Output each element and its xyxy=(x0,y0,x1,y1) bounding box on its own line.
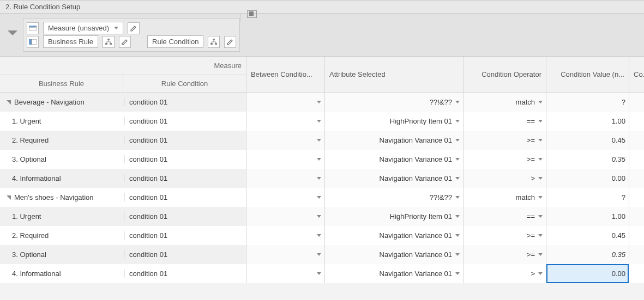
condition-operator-cell[interactable]: >= xyxy=(464,131,546,150)
between-condition-cell[interactable] xyxy=(246,131,324,150)
co-cell[interactable] xyxy=(629,264,644,283)
rule-condition-header[interactable]: Rule Condition xyxy=(123,75,246,92)
business-rule-selector-icon[interactable] xyxy=(27,36,39,48)
co-cell[interactable] xyxy=(629,169,644,188)
condition-operator-cell[interactable]: > xyxy=(464,264,546,283)
condition-operator-text: == xyxy=(527,212,535,221)
condition-operator-cell[interactable]: == xyxy=(464,112,546,131)
empty-widget-icon[interactable] xyxy=(247,10,257,18)
collapse-panel-icon[interactable] xyxy=(8,30,17,35)
col-op-header[interactable]: Condition Operator xyxy=(464,57,546,93)
co-cell[interactable] xyxy=(629,226,644,245)
attribute-selected-cell[interactable]: HighPriority Item 01 xyxy=(325,207,463,226)
edit-measure-button[interactable] xyxy=(128,22,140,34)
co-cell[interactable] xyxy=(629,207,644,226)
co-cell[interactable] xyxy=(629,245,644,264)
condition-value-cell[interactable]: ? xyxy=(546,188,629,207)
condition-value-cell[interactable]: 0.35 xyxy=(546,245,629,264)
attribute-selected-text: ??!&?? xyxy=(430,98,452,106)
col-attr: Attribute Selected ??!&??HighPriority It… xyxy=(325,57,464,283)
col-attr-header-text: Attribute Selected xyxy=(329,70,386,78)
business-rule-cell: Men's shoes - Navigation xyxy=(14,193,94,201)
attribute-selected-cell[interactable]: Navigation Variance 01 xyxy=(325,169,463,188)
attribute-selected-cell[interactable]: HighPriority Item 01 xyxy=(325,112,463,131)
expand-icon[interactable] xyxy=(7,195,11,200)
condition-value-cell[interactable]: ? xyxy=(546,93,629,112)
condition-operator-cell[interactable]: >= xyxy=(464,226,546,245)
attribute-selected-cell[interactable]: Navigation Variance 01 xyxy=(325,150,463,169)
condition-operator-cell[interactable]: match xyxy=(464,93,546,112)
rule-condition-cell: condition 01 xyxy=(125,136,246,144)
between-condition-cell[interactable] xyxy=(246,150,324,169)
co-cell[interactable] xyxy=(629,150,644,169)
between-condition-cell[interactable] xyxy=(246,264,324,283)
chevron-down-icon xyxy=(538,272,543,275)
co-cell[interactable] xyxy=(629,131,644,150)
between-condition-cell[interactable] xyxy=(246,188,324,207)
between-condition-cell[interactable] xyxy=(246,245,324,264)
chevron-down-icon xyxy=(455,120,460,123)
panel-title: 2. Rule Condition Setup xyxy=(0,0,644,14)
business-rule-hierarchy-button[interactable] xyxy=(103,36,115,48)
measure-dropdown[interactable]: Measure (unsaved) xyxy=(43,22,123,34)
condition-operator-text: >= xyxy=(527,136,535,144)
table-row[interactable]: 3. Optionalcondition 01 xyxy=(0,245,246,264)
table-row[interactable]: 4. Informationalcondition 01 xyxy=(0,169,246,188)
edit-rule-condition-button[interactable] xyxy=(224,36,236,48)
col-attr-header[interactable]: Attribute Selected xyxy=(325,57,463,93)
business-rule-cell: 4. Informational xyxy=(12,270,61,278)
attribute-selected-cell[interactable]: Navigation Variance 01 xyxy=(325,131,463,150)
condition-value-cell[interactable]: 0.45 xyxy=(546,131,629,150)
table-row[interactable]: 2. Requiredcondition 01 xyxy=(0,131,246,150)
attribute-selected-cell[interactable]: Navigation Variance 01 xyxy=(325,264,463,283)
col-between-header[interactable]: Between Conditio... xyxy=(246,57,324,93)
co-cell[interactable] xyxy=(629,188,644,207)
condition-value-cell[interactable]: 0.00 xyxy=(546,169,629,188)
rule-condition-hierarchy-button[interactable] xyxy=(208,36,220,48)
condition-operator-cell[interactable]: == xyxy=(464,207,546,226)
condition-operator-text: match xyxy=(516,98,535,106)
business-rule-header[interactable]: Business Rule xyxy=(0,75,123,92)
business-rule-cell: 3. Optional xyxy=(12,155,46,163)
condition-operator-text: > xyxy=(531,270,535,278)
col-val-header-text: Condition Value (n... xyxy=(561,70,624,78)
attribute-selected-cell[interactable]: ??!&?? xyxy=(325,188,463,207)
condition-operator-cell[interactable]: match xyxy=(464,188,546,207)
rule-condition-cell: condition 01 xyxy=(125,270,246,278)
edit-business-rule-button[interactable] xyxy=(119,36,131,48)
condition-value-cell[interactable]: 0.35 xyxy=(546,150,629,169)
table-row[interactable]: 1. Urgentcondition 01 xyxy=(0,207,246,226)
between-condition-cell[interactable] xyxy=(246,112,324,131)
col-val-header[interactable]: Condition Value (n... xyxy=(546,57,629,93)
measure-selector-icon[interactable] xyxy=(27,22,39,34)
expand-icon[interactable] xyxy=(7,100,11,105)
rule-condition-chip[interactable]: Rule Condition xyxy=(147,35,203,48)
attribute-selected-cell[interactable]: Navigation Variance 01 xyxy=(325,245,463,264)
table-row[interactable]: 1. Urgentcondition 01 xyxy=(0,112,246,131)
attribute-selected-cell[interactable]: ??!&?? xyxy=(325,93,463,112)
table-row[interactable]: 2. Requiredcondition 01 xyxy=(0,226,246,245)
table-row[interactable]: Beverage - Navigationcondition 01 xyxy=(0,93,246,112)
condition-value-cell[interactable]: 0.00 xyxy=(546,264,629,283)
co-cell[interactable] xyxy=(629,112,644,131)
co-cell[interactable] xyxy=(629,93,644,112)
condition-value-cell[interactable]: 1.00 xyxy=(546,207,629,226)
column-pane: Between Conditio... Attribute Selected ?… xyxy=(246,57,644,283)
between-condition-cell[interactable] xyxy=(246,169,324,188)
attribute-selected-cell[interactable]: Navigation Variance 01 xyxy=(325,226,463,245)
between-condition-cell[interactable] xyxy=(246,226,324,245)
condition-operator-cell[interactable]: >= xyxy=(464,150,546,169)
between-condition-cell[interactable] xyxy=(246,207,324,226)
table-row[interactable]: 3. Optionalcondition 01 xyxy=(0,150,246,169)
table-row[interactable]: Men's shoes - Navigationcondition 01 xyxy=(0,188,246,207)
toolbar-line-1: Measure (unsaved) xyxy=(27,22,236,34)
between-condition-cell[interactable] xyxy=(246,93,324,112)
table-row[interactable]: 4. Informationalcondition 01 xyxy=(0,264,246,283)
business-rule-chip[interactable]: Business Rule xyxy=(43,35,98,48)
col-co-header[interactable]: Co... xyxy=(629,57,644,93)
condition-operator-cell[interactable]: >= xyxy=(464,245,546,264)
condition-value-text: ? xyxy=(622,193,625,201)
condition-operator-cell[interactable]: > xyxy=(464,169,546,188)
condition-value-cell[interactable]: 1.00 xyxy=(546,112,629,131)
condition-value-cell[interactable]: 0.45 xyxy=(546,226,629,245)
